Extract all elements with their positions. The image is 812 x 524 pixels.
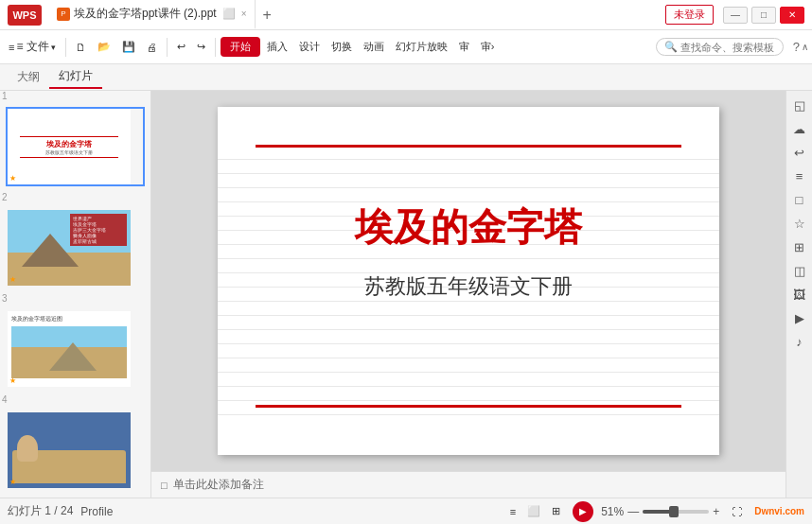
- right-upload-btn[interactable]: ◱: [789, 95, 810, 115]
- save-btn[interactable]: 💾: [117, 38, 140, 56]
- slide-star-4: ★: [9, 478, 16, 486]
- slide-thumb-1[interactable]: 埃及的金字塔 苏教版五年级语文下册 ★: [6, 107, 145, 186]
- thumb-3-photo: [11, 326, 127, 378]
- ribbon-animate-tab[interactable]: 动画: [359, 37, 389, 57]
- ribbon-review-tab[interactable]: 审: [454, 37, 474, 57]
- right-image-btn[interactable]: 🖼: [789, 284, 810, 305]
- line-14: [218, 343, 719, 344]
- tab-close-btn[interactable]: ×: [241, 9, 247, 19]
- thumb-subtitle: 苏教版五年级语文下册: [45, 149, 93, 155]
- menu-arrow-icon: ▾: [51, 43, 56, 52]
- right-edit-btn[interactable]: ◫: [789, 260, 810, 281]
- ribbon-switch-tab[interactable]: 切换: [327, 37, 357, 57]
- zoom-minus-btn[interactable]: —: [627, 505, 639, 518]
- line-13: [218, 329, 719, 330]
- zoom-controls: 51% — +: [601, 505, 719, 518]
- thumb-3-pyramid-shape: [49, 342, 97, 371]
- thumb-title: 埃及的金字塔: [46, 139, 92, 149]
- line-12: [218, 315, 719, 316]
- slide-star-2: ★: [9, 275, 16, 284]
- notes-placeholder[interactable]: 单击此处添加备注: [173, 477, 264, 493]
- fullscreen-btn[interactable]: ⛶: [727, 503, 747, 520]
- screen-icon: ⬜: [222, 8, 236, 20]
- search-box[interactable]: 🔍: [656, 38, 784, 56]
- ribbon-insert-tab[interactable]: 插入: [262, 37, 292, 57]
- slide-bottom-bar: [256, 405, 681, 408]
- right-grid-btn[interactable]: ⊞: [789, 236, 810, 257]
- right-sidebar: ◱ ☁ ↩ ≡ □ ☆ ⊞ ◫ 🖼 ▶ ♪: [786, 91, 812, 498]
- print-btn[interactable]: 🖨: [142, 39, 162, 56]
- view-grid-btn[interactable]: ⊞: [547, 502, 565, 520]
- maximize-btn[interactable]: □: [751, 7, 776, 24]
- window-controls: 未登录 — □ ✕: [665, 5, 804, 25]
- line-16: [218, 372, 719, 373]
- search-input[interactable]: [680, 42, 775, 53]
- ribbon-design-tab[interactable]: 设计: [294, 37, 325, 57]
- title-bar: WPS P 埃及的金字塔ppt课件 (2).ppt ⬜ × + 未登录 — □ …: [0, 0, 812, 30]
- slide-thumb-3[interactable]: 埃及的金字塔远近图 ★: [6, 309, 145, 389]
- view-normal-btn[interactable]: ⬜: [522, 502, 545, 520]
- right-copy-btn[interactable]: □: [789, 189, 810, 210]
- view-outline-btn[interactable]: ≡: [505, 503, 521, 520]
- collapse-ribbon-btn[interactable]: ∧: [802, 42, 808, 52]
- right-back-btn[interactable]: ↩: [789, 142, 810, 163]
- view-tabs-bar: 大纲 幻灯片: [0, 64, 812, 91]
- zoom-slider-thumb: [669, 506, 679, 517]
- status-bar: 幻灯片 1 / 24 Profile ≡ ⬜ ⊞ ▶ 51% — + ⛶ Dwn…: [0, 498, 812, 524]
- zoom-slider[interactable]: [643, 510, 709, 514]
- new-tab-btn[interactable]: +: [263, 7, 272, 24]
- line-18: [218, 400, 719, 401]
- save-icon: 💾: [122, 41, 135, 53]
- line-8: [218, 258, 719, 259]
- file-tab[interactable]: P 埃及的金字塔ppt课件 (2).ppt ⬜ ×: [49, 0, 256, 29]
- slide-thumbnail-1: 埃及的金字塔 苏教版五年级语文下册: [8, 109, 131, 184]
- main-area: 1 埃及的金字塔 苏教版五年级语文下册 ★ 2 世界遗产 埃及金字塔 吉萨三大金…: [0, 91, 812, 498]
- help-btn[interactable]: ?: [793, 40, 800, 54]
- right-star-btn[interactable]: ☆: [789, 213, 810, 234]
- toolbar-sep-1: [65, 38, 66, 57]
- thumb-3-label: 埃及的金字塔远近图: [11, 315, 62, 323]
- slide-thumb-4[interactable]: ★: [6, 410, 145, 490]
- login-btn[interactable]: 未登录: [665, 5, 714, 25]
- thumb-red-line-bot: [20, 157, 118, 158]
- line-15: [218, 358, 719, 358]
- dwnvi-watermark: Dwnvi.com: [754, 506, 804, 516]
- slide-main-subtitle: 苏教版五年级语文下册: [218, 272, 719, 301]
- line-1: [218, 159, 719, 160]
- thumb-4-sphinx-head: [17, 435, 38, 462]
- outline-tab[interactable]: 大纲: [8, 66, 49, 88]
- view-mode-btns: ≡ ⬜ ⊞: [505, 502, 565, 520]
- slide-num-4: 4: [2, 394, 150, 405]
- line-17: [218, 386, 719, 387]
- zoom-plus-btn[interactable]: +: [713, 505, 719, 518]
- menu-icon: ≡: [9, 42, 14, 53]
- minimize-btn[interactable]: —: [723, 7, 748, 24]
- undo-btn[interactable]: ↩: [172, 38, 190, 56]
- new-btn[interactable]: 🗋: [71, 39, 91, 56]
- thumb-overlay-text: 世界遗产 埃及金字塔 吉萨三大金字塔 狮身人面像 孟菲斯古城: [70, 214, 127, 246]
- slide-star-3: ★: [9, 376, 16, 385]
- close-btn[interactable]: ✕: [780, 7, 804, 24]
- slide-thumb-2[interactable]: 世界遗产 埃及金字塔 吉萨三大金字塔 狮身人面像 孟菲斯古城 ★: [6, 208, 145, 288]
- slides-tab[interactable]: 幻灯片: [49, 65, 102, 89]
- slide-main: 埃及的金字塔 苏教版五年级语文下册: [151, 91, 786, 471]
- ribbon-slideshow-tab[interactable]: 幻灯片放映: [391, 37, 452, 57]
- file-tab-label: 埃及的金字塔ppt课件 (2).ppt: [74, 6, 217, 22]
- right-cloud-btn[interactable]: ☁: [789, 118, 810, 139]
- ribbon-start-tab[interactable]: 开始: [221, 37, 260, 57]
- right-list-btn[interactable]: ≡: [789, 166, 810, 186]
- ribbon-more-tab[interactable]: 审›: [476, 37, 500, 57]
- zoom-slider-fill: [643, 510, 671, 514]
- content-area: 埃及的金字塔 苏教版五年级语文下册 □ 单击此处添加备注: [151, 91, 786, 498]
- right-play-btn[interactable]: ▶: [789, 307, 810, 328]
- slide-thumbnail-3: 埃及的金字塔远近图: [8, 311, 131, 387]
- slide-num-2: 2: [2, 192, 150, 202]
- redo-btn[interactable]: ↪: [192, 38, 210, 56]
- toolbar: ≡ ≡ 文件 ▾ 🗋 📂 💾 🖨 ↩ ↪ 开始 插入 设计 切换 动画 幻灯片放…: [0, 30, 812, 64]
- line-2: [218, 173, 719, 174]
- open-btn[interactable]: 📂: [93, 38, 115, 56]
- menu-btn[interactable]: ≡ ≡ 文件 ▾: [4, 36, 61, 58]
- play-slideshow-btn[interactable]: ▶: [573, 501, 593, 522]
- profile-label[interactable]: Profile: [80, 505, 113, 518]
- right-audio-btn[interactable]: ♪: [789, 331, 810, 352]
